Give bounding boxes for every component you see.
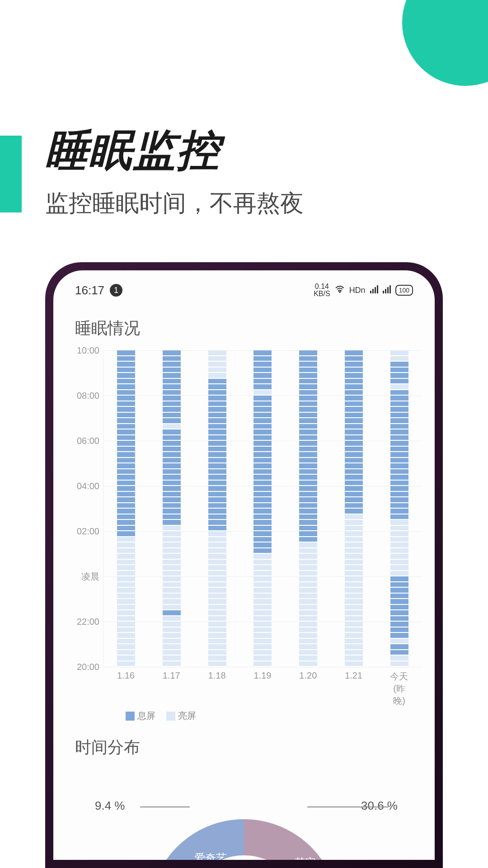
day-column[interactable] [163, 350, 181, 667]
time-dist-title: 时间分布 [53, 722, 435, 769]
wifi-icon [335, 285, 345, 296]
legend-label-off: 息屏 [137, 710, 155, 722]
day-column[interactable] [299, 350, 317, 667]
hd-icon: HDn [349, 286, 366, 295]
y-tick: 20:00 [77, 662, 99, 672]
y-tick: 凌晨 [81, 571, 99, 583]
day-column[interactable] [208, 350, 226, 667]
svg-rect-7 [389, 285, 391, 293]
corner-accent [402, 0, 488, 86]
side-accent [0, 136, 22, 212]
phone-screen: 16:17 1 0.14KB/S HDn 100 睡眠情况 [53, 270, 435, 860]
svg-rect-6 [387, 287, 389, 293]
notification-badge: 1 [110, 284, 122, 297]
legend-label-on: 亮屏 [178, 710, 196, 722]
svg-rect-1 [372, 289, 374, 293]
svg-rect-4 [383, 291, 384, 293]
svg-rect-2 [375, 287, 376, 293]
hero-subtitle: 监控睡眠时间，不再熬夜 [45, 188, 304, 219]
y-axis: 10:0008:0006:0004:0002:00凌晨22:0020:00 [71, 350, 103, 667]
x-tick: 1.19 [251, 670, 274, 707]
x-tick: 1.16 [114, 670, 137, 707]
svg-rect-0 [370, 291, 371, 293]
svg-rect-3 [377, 285, 378, 293]
y-tick: 22:00 [77, 617, 99, 627]
battery-icon: 100 [395, 285, 413, 296]
day-column[interactable] [345, 350, 363, 667]
x-tick: 1.17 [160, 670, 183, 707]
legend: 息屏 亮屏 [71, 710, 422, 722]
pie-leader-1 [140, 807, 190, 807]
y-tick: 06:00 [77, 436, 99, 446]
y-tick: 08:00 [77, 391, 99, 401]
signal-icon-2 [383, 285, 391, 296]
sleep-section-title: 睡眠情况 [53, 303, 435, 350]
status-time: 16:17 [75, 283, 104, 297]
day-column[interactable] [253, 350, 272, 667]
phone-frame: 16:17 1 0.14KB/S HDn 100 睡眠情况 [45, 262, 443, 868]
signal-icon-1 [370, 285, 378, 296]
legend-swatch-on [166, 712, 175, 721]
day-column[interactable] [390, 350, 408, 667]
status-bar: 16:17 1 0.14KB/S HDn 100 [53, 270, 435, 303]
day-column[interactable] [117, 350, 135, 667]
svg-rect-5 [385, 289, 386, 293]
x-tick: 1.21 [343, 670, 365, 707]
plot-area [103, 350, 422, 667]
x-tick: 今天(昨晚) [388, 670, 410, 707]
sleep-chart[interactable]: 10:0008:0006:0004:0002:00凌晨22:0020:00 1.… [53, 350, 435, 722]
pie-chart[interactable]: 9.4 % 爱奇艺 30.6 % 其它 [53, 769, 435, 860]
legend-swatch-off [126, 712, 135, 721]
hero-title: 睡眠监控 [45, 122, 221, 180]
y-tick: 10:00 [77, 345, 99, 356]
net-speed: 0.14KB/S [314, 283, 330, 297]
y-tick: 04:00 [77, 481, 99, 491]
pie-pct-other: 30.6 % [361, 799, 398, 813]
x-tick: 1.20 [297, 670, 319, 707]
pie-label-iqiyi: 爱奇艺 [194, 851, 227, 860]
pie-leader-2 [307, 807, 389, 807]
pie-pct-iqiyi: 9.4 % [95, 799, 125, 813]
x-tick: 1.18 [206, 670, 228, 707]
y-tick: 02:00 [77, 526, 99, 537]
pie-label-other: 其它 [295, 855, 316, 860]
x-axis: 1.161.171.181.191.201.21今天(昨晚) [71, 670, 422, 707]
